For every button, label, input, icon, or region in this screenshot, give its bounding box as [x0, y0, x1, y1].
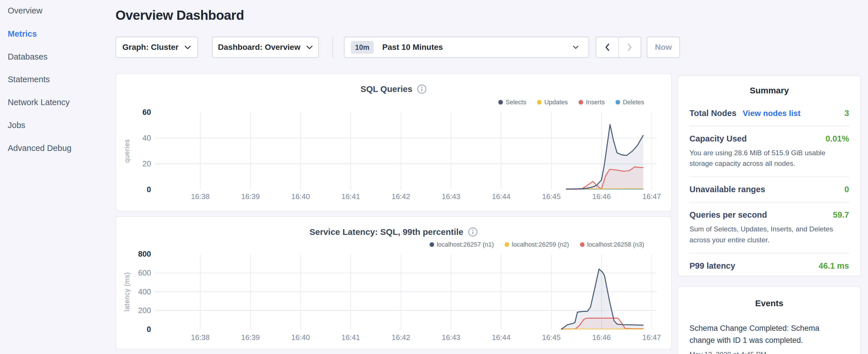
row-description: Sum of Selects, Updates, Inserts, and De… — [689, 224, 847, 245]
chevron-left-icon — [604, 43, 610, 52]
row-label: P99 latency — [689, 261, 735, 271]
dashboard-dropdown[interactable]: Dashboard: Overview — [212, 37, 319, 58]
sidebar-item-metrics[interactable]: Metrics — [8, 28, 37, 39]
row-description: You are using 28.6 MiB of 515.9 GiB usab… — [689, 148, 847, 169]
time-step-buttons — [596, 37, 641, 58]
summary-row-queries-per-second: Queries per second 59.7 — [689, 210, 849, 220]
y-tick-label: 200 — [138, 306, 151, 315]
x-tick-label: 16:40 — [291, 192, 310, 201]
event-message[interactable]: Schema Change Completed: Schema change w… — [689, 322, 834, 347]
sidebar-item-databases[interactable]: Databases — [8, 51, 48, 62]
sidebar-item-jobs[interactable]: Jobs — [8, 120, 25, 131]
sidebar-item-network-latency[interactable]: Network Latency — [8, 97, 70, 108]
row-label: Unavailable ranges — [689, 185, 765, 194]
row-value: 59.7 — [833, 210, 849, 220]
graph-scope-dropdown[interactable]: Graph: Cluster — [116, 37, 198, 58]
summary-row-total-nodes: Total Nodes View nodes list 3 — [689, 108, 849, 118]
y-tick-label: 40 — [143, 134, 151, 142]
row-value: 0 — [844, 185, 849, 194]
summary-row-unavailable-ranges: Unavailable ranges 0 — [689, 185, 849, 194]
sql-queries-chart-card: SQL Queries SelectsUpdatesInsertsDeletes… — [116, 73, 672, 212]
sidebar-item-overview[interactable]: Overview — [8, 5, 42, 16]
view-nodes-link[interactable]: View nodes list — [743, 109, 801, 118]
chevron-down-icon — [184, 45, 191, 50]
summary-title: Summary — [689, 86, 849, 95]
service-latency-chart-card: Service Latency: SQL, 99th percentile lo… — [116, 216, 672, 349]
x-tick-label: 16:47 — [642, 192, 661, 201]
y-tick-label: 0 — [147, 325, 151, 334]
y-tick-label: 60 — [143, 108, 151, 117]
events-panel: Events Schema Change Completed: Schema c… — [677, 286, 861, 354]
x-tick-label: 16:45 — [542, 192, 560, 201]
x-tick-label: 16:44 — [492, 333, 510, 342]
time-range-badge: 10m — [351, 41, 374, 54]
x-tick-label: 16:38 — [191, 192, 210, 201]
x-tick-label: 16:43 — [442, 333, 460, 342]
chart-plot[interactable]: 16:3816:3916:4016:4116:4216:4316:4416:45… — [116, 74, 672, 212]
summary-row-p99-latency: P99 latency 46.1 ms — [689, 261, 849, 271]
row-label: Capacity Used — [689, 134, 747, 143]
chevron-down-icon — [572, 45, 579, 49]
next-time-button[interactable] — [619, 37, 641, 57]
y-tick-label: 400 — [138, 288, 151, 296]
chevron-right-icon — [627, 43, 632, 52]
x-tick-label: 16:42 — [392, 333, 410, 342]
row-label: Total Nodes — [689, 108, 737, 118]
x-tick-label: 16:45 — [542, 333, 560, 342]
summary-panel: Summary Total Nodes View nodes list 3 Ca… — [677, 75, 861, 277]
y-tick-label: 800 — [138, 250, 151, 258]
x-tick-label: 16:39 — [241, 192, 260, 201]
x-tick-label: 16:41 — [341, 192, 360, 201]
x-tick-label: 16:46 — [592, 192, 611, 201]
x-tick-label: 16:47 — [642, 333, 661, 342]
y-tick-label: 0 — [147, 185, 151, 194]
chevron-down-icon — [306, 45, 313, 50]
row-label: Queries per second — [689, 210, 767, 220]
time-range-selector[interactable]: 10m Past 10 Minutes — [344, 37, 589, 58]
divider — [689, 176, 849, 177]
graph-scope-label: Graph: Cluster — [122, 43, 179, 52]
events-title: Events — [689, 298, 849, 308]
x-tick-label: 16:42 — [392, 192, 410, 201]
chart-plot[interactable]: 16:3816:3916:4016:4116:4216:4316:4416:45… — [116, 217, 672, 350]
time-range-label: Past 10 Minutes — [382, 43, 572, 52]
x-tick-label: 16:41 — [341, 333, 360, 342]
sidebar-item-advanced-debug[interactable]: Advanced Debug — [8, 142, 72, 154]
toolbar-divider — [333, 37, 333, 58]
y-tick-label: 600 — [138, 269, 151, 277]
row-value: 0.01% — [826, 134, 849, 143]
row-value: 3 — [844, 108, 849, 118]
x-tick-label: 16:40 — [291, 333, 310, 342]
sidebar-item-statements[interactable]: Statements — [8, 74, 50, 85]
y-axis-label: latency (ms) — [123, 272, 131, 311]
x-tick-label: 16:39 — [241, 333, 260, 342]
page-title: Overview Dashboard — [116, 7, 244, 23]
summary-row-capacity-used: Capacity Used 0.01% — [689, 134, 849, 143]
y-axis-label: queries — [123, 139, 131, 163]
prev-time-button[interactable] — [596, 37, 619, 57]
x-tick-label: 16:46 — [592, 333, 611, 342]
event-timestamp: May 13, 2020 at 4:45 PM — [689, 351, 849, 354]
dashboard-label: Dashboard: Overview — [218, 43, 301, 52]
x-tick-label: 16:44 — [492, 192, 510, 201]
x-tick-label: 16:38 — [191, 333, 210, 342]
row-value: 46.1 ms — [819, 261, 849, 271]
y-tick-label: 20 — [143, 160, 151, 168]
divider — [689, 126, 849, 126]
x-tick-label: 16:43 — [442, 192, 460, 201]
divider — [689, 253, 849, 254]
now-button[interactable]: Now — [647, 37, 680, 58]
divider — [689, 202, 849, 202]
